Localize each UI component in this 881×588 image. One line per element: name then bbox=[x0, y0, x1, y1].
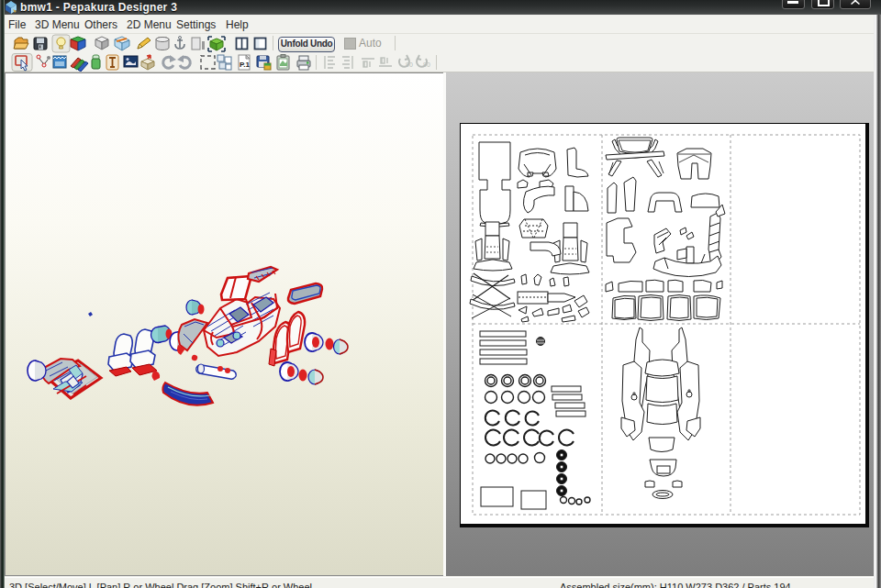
svg-text:90: 90 bbox=[406, 61, 413, 68]
svg-text:90: 90 bbox=[423, 61, 430, 68]
svg-text:P.1: P.1 bbox=[240, 61, 251, 69]
